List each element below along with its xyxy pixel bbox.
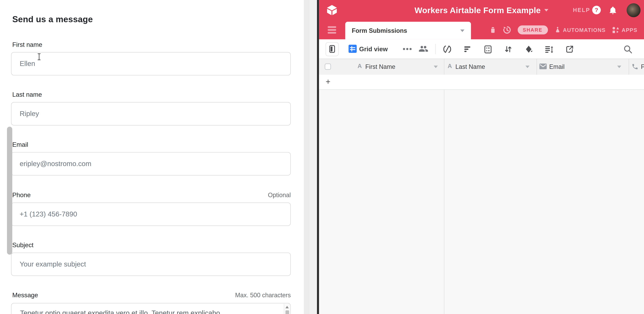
notifications-bell-icon[interactable] bbox=[608, 5, 617, 15]
textarea-scrollbar[interactable] bbox=[284, 304, 290, 314]
automations-icon bbox=[554, 26, 561, 34]
window-divider bbox=[317, 0, 319, 314]
airtable-topbar: Workers Airtable Form Example HELP ? bbox=[319, 0, 644, 21]
share-view-icon[interactable] bbox=[565, 45, 574, 54]
column-divider[interactable] bbox=[444, 59, 444, 314]
help-question-icon[interactable]: ? bbox=[592, 6, 601, 14]
share-button[interactable]: SHARE bbox=[518, 26, 548, 35]
form-title: Send us a message bbox=[12, 14, 93, 24]
page-scrollbar-thumb[interactable] bbox=[7, 127, 12, 255]
toolbar-divider bbox=[435, 44, 436, 54]
email-input[interactable] bbox=[11, 152, 291, 175]
column-header-first-name[interactable]: First Name bbox=[365, 63, 396, 70]
select-all-checkbox[interactable] bbox=[325, 64, 331, 70]
column-divider[interactable] bbox=[629, 59, 629, 75]
plus-icon: + bbox=[324, 75, 332, 89]
hide-fields-icon[interactable] bbox=[443, 45, 452, 54]
user-avatar[interactable] bbox=[626, 3, 640, 17]
color-icon[interactable] bbox=[524, 45, 533, 54]
sidebar-toggle-icon bbox=[329, 45, 335, 53]
phone-optional-note: Optional bbox=[268, 191, 291, 198]
column-header-last-name[interactable]: Last Name bbox=[456, 63, 485, 70]
history-icon[interactable] bbox=[502, 26, 512, 35]
phone-label: Phone bbox=[12, 191, 31, 199]
column-divider[interactable] bbox=[536, 59, 537, 75]
first-name-label: First name bbox=[12, 41, 42, 48]
apps-button[interactable]: APPS bbox=[612, 26, 637, 34]
grid-view-icon[interactable] bbox=[348, 45, 358, 54]
tab-form-submissions[interactable]: Form Submissions bbox=[345, 22, 471, 39]
automations-label: AUTOMATIONS bbox=[563, 27, 606, 33]
airtable-pane: Workers Airtable Form Example HELP ? For… bbox=[319, 0, 644, 314]
page-scrollbar[interactable] bbox=[304, 0, 317, 314]
text-field-type-icon: A bbox=[358, 63, 362, 69]
page-scrollbar-track[interactable] bbox=[310, 0, 317, 314]
filter-icon[interactable] bbox=[463, 45, 472, 54]
column-caret-icon[interactable] bbox=[617, 66, 621, 68]
collaborators-icon[interactable] bbox=[418, 44, 428, 53]
screen: Send us a message First name Last name E… bbox=[0, 0, 644, 314]
message-label: Message bbox=[12, 291, 38, 299]
sort-icon[interactable] bbox=[504, 45, 513, 54]
base-title: Workers Airtable Form Example bbox=[414, 6, 541, 15]
view-toolbar: Grid view bbox=[319, 39, 644, 59]
last-name-input[interactable] bbox=[11, 102, 291, 126]
message-textarea[interactable]: Tenetur optio quaerat expedita vero et i… bbox=[11, 303, 291, 314]
help-button[interactable]: HELP bbox=[573, 7, 590, 13]
apps-label: APPS bbox=[622, 27, 638, 33]
email-label: Email bbox=[12, 141, 28, 148]
message-text: Tenetur optio quaerat expedita vero et i… bbox=[20, 309, 278, 314]
airtable-tabbar: Form Submissions SHARE bbox=[319, 21, 644, 39]
last-name-label: Last name bbox=[12, 91, 42, 98]
subject-label: Subject bbox=[12, 241, 34, 249]
search-icon[interactable] bbox=[623, 45, 632, 54]
add-row-button[interactable]: + bbox=[319, 75, 644, 90]
column-header-email[interactable]: Email bbox=[549, 63, 564, 70]
tab-caret-icon bbox=[460, 30, 464, 32]
text-cursor-ibeam bbox=[37, 53, 41, 60]
view-name[interactable]: Grid view bbox=[359, 39, 388, 59]
base-actions: SHARE AUTOMATIONS APPS bbox=[489, 21, 638, 39]
textarea-scroll-thumb[interactable] bbox=[285, 310, 289, 314]
message-maxchars-note: Max. 500 characters bbox=[235, 291, 291, 298]
column-header-phone[interactable]: P bbox=[641, 63, 644, 70]
column-caret-icon[interactable] bbox=[434, 66, 438, 68]
contact-form-pane: Send us a message First name Last name E… bbox=[0, 0, 304, 314]
first-name-input[interactable] bbox=[11, 52, 291, 76]
base-title-caret-icon bbox=[544, 9, 548, 12]
column-caret-icon[interactable] bbox=[526, 66, 530, 68]
view-sidebar-toggle-button[interactable] bbox=[326, 42, 339, 56]
scroll-up-arrow-icon[interactable] bbox=[286, 306, 289, 308]
apps-icon bbox=[612, 26, 620, 34]
subject-input[interactable] bbox=[11, 252, 291, 276]
tables-menu-icon[interactable] bbox=[328, 26, 336, 35]
phone-input[interactable] bbox=[11, 203, 291, 226]
phone-field-type-icon bbox=[632, 63, 638, 70]
more-options-icon[interactable] bbox=[403, 48, 412, 50]
automations-button[interactable]: AUTOMATIONS bbox=[554, 26, 606, 34]
trash-icon[interactable] bbox=[489, 26, 496, 35]
text-field-type-icon: A bbox=[448, 63, 452, 69]
grid-header-row: A First Name A Last Name Email P bbox=[319, 59, 644, 75]
tab-label: Form Submissions bbox=[352, 22, 407, 39]
email-field-type-icon bbox=[540, 64, 547, 69]
row-height-icon[interactable] bbox=[544, 45, 554, 54]
group-icon[interactable] bbox=[483, 45, 492, 54]
